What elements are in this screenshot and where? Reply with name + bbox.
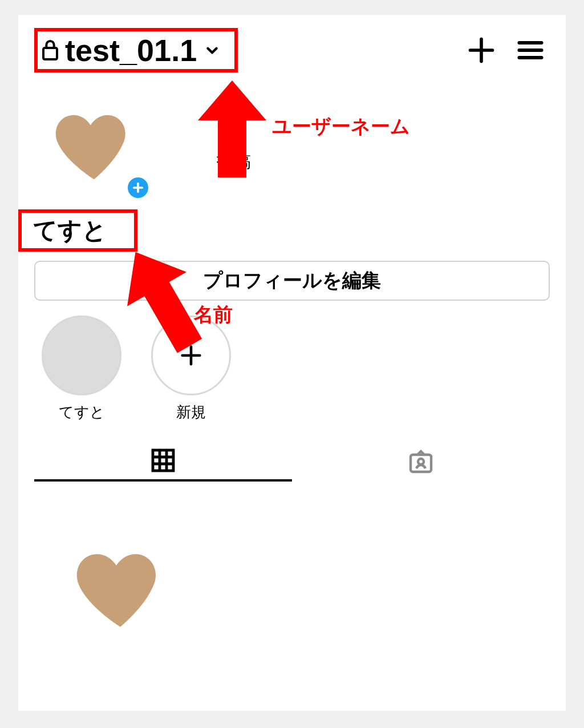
chevron-down-icon — [205, 43, 220, 58]
profile-row: 投稿 — [34, 104, 550, 196]
highlight-circle — [42, 316, 121, 395]
add-story-badge[interactable] — [125, 175, 151, 200]
svg-rect-0 — [43, 48, 57, 59]
header-actions — [467, 35, 545, 65]
post-thumbnail[interactable] — [34, 504, 206, 676]
svg-rect-10 — [153, 450, 173, 471]
username-text: test_01.1 — [65, 35, 197, 66]
heart-icon — [72, 542, 169, 639]
create-button[interactable] — [467, 35, 496, 65]
highlight-label: てすと — [59, 402, 105, 422]
username-switcher[interactable]: test_01.1 — [34, 28, 238, 72]
edit-profile-button[interactable]: プロフィールを編集 — [34, 261, 550, 301]
heart-icon — [51, 104, 137, 190]
highlight-item[interactable]: てすと — [39, 316, 124, 422]
tab-grid[interactable] — [34, 442, 292, 482]
svg-point-16 — [418, 459, 424, 464]
highlight-label: 新規 — [176, 402, 206, 422]
highlights-row: てすと 新規 — [39, 316, 550, 422]
profile-tabs — [34, 442, 550, 482]
profile-screen: test_01.1 — [18, 15, 566, 711]
tab-tagged[interactable] — [292, 442, 550, 482]
plus-icon — [132, 181, 144, 194]
grid-icon — [149, 447, 177, 474]
menu-button[interactable] — [516, 35, 545, 65]
header: test_01.1 — [34, 27, 550, 73]
posts-grid — [34, 482, 550, 693]
tagged-icon — [407, 448, 435, 475]
posts-label: 投稿 — [217, 150, 251, 173]
avatar[interactable] — [51, 104, 143, 196]
highlight-new[interactable]: 新規 — [148, 316, 234, 422]
lock-icon — [41, 39, 59, 62]
plus-icon — [178, 342, 204, 369]
edit-profile-label: プロフィールを編集 — [203, 268, 381, 294]
display-name: てすと — [18, 209, 137, 252]
highlight-circle-new — [151, 316, 231, 395]
